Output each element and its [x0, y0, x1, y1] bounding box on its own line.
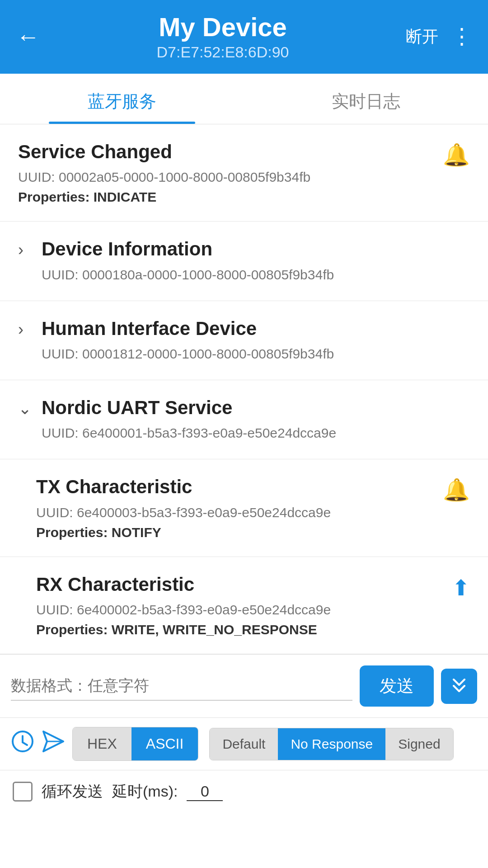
- tx-char-bell-icon[interactable]: 🔔: [443, 477, 470, 503]
- hid-uuid: UUID: 00001812-0000-1000-8000-00805f9b34…: [42, 344, 334, 363]
- service-changed-info: Service Changed UUID: 00002a05-0000-1000…: [18, 141, 310, 205]
- service-changed-props: Properties: INDICATE: [18, 189, 310, 205]
- loop-label: 循环发送: [42, 781, 103, 802]
- disconnect-button[interactable]: 断开: [406, 26, 438, 48]
- service-item-nordic-uart[interactable]: ⌄ Nordic UART Service UUID: 6e400001-b5a…: [0, 380, 488, 459]
- bottom-area: 发送 HEX: [0, 654, 488, 813]
- no-response-button[interactable]: No Response: [278, 728, 385, 760]
- send-icon[interactable]: [42, 730, 65, 759]
- service-item-hid[interactable]: › Human Interface Device UUID: 00001812-…: [0, 301, 488, 380]
- service-list: Service Changed UUID: 00002a05-0000-1000…: [0, 124, 488, 654]
- nordic-uart-expand-icon: ⌄: [18, 399, 33, 418]
- rx-char-header: RX Characteristic UUID: 6e400002-b5a3-f3…: [36, 573, 470, 637]
- send-button[interactable]: 发送: [360, 665, 434, 707]
- app-header: ← My Device D7:E7:52:E8:6D:90 断开 ⋮: [0, 0, 488, 74]
- device-info-expand-icon: ›: [18, 241, 33, 259]
- nordic-uart-uuid: UUID: 6e400001-b5a3-f393-e0a9-e50e24dcca…: [42, 424, 336, 443]
- format-type-group: HEX ASCII: [72, 727, 198, 761]
- loop-checkbox[interactable]: [13, 782, 33, 802]
- header-title-block: My Device D7:E7:52:E8:6D:90: [40, 13, 406, 61]
- nordic-uart-name: Nordic UART Service: [42, 396, 336, 419]
- tab-bluetooth[interactable]: 蓝牙服务: [0, 74, 244, 124]
- header-actions: 断开 ⋮: [406, 26, 472, 48]
- tab-log[interactable]: 实时日志: [244, 74, 488, 124]
- tx-char-props: Properties: NOTIFY: [36, 525, 331, 540]
- service-changed-name: Service Changed: [18, 141, 310, 163]
- chevron-double-down-icon: [452, 678, 466, 695]
- hid-expand: › Human Interface Device UUID: 00001812-…: [18, 317, 470, 363]
- delay-input[interactable]: [187, 783, 223, 801]
- hid-expand-icon: ›: [18, 320, 33, 339]
- device-info-content: Device Information UUID: 0000180a-0000-1…: [42, 238, 334, 284]
- rx-char-name: RX Characteristic: [36, 573, 331, 596]
- service-item-rx-char: RX Characteristic UUID: 6e400002-b5a3-f3…: [0, 557, 488, 654]
- rx-char-props: Properties: WRITE, WRITE_NO_RESPONSE: [36, 622, 331, 637]
- device-name: My Device: [40, 13, 406, 42]
- service-item-tx-char: TX Characteristic UUID: 6e400003-b5a3-f3…: [0, 459, 488, 557]
- delay-label: 延时(ms):: [112, 781, 178, 802]
- tx-char-header: TX Characteristic UUID: 6e400003-b5a3-f3…: [36, 476, 470, 540]
- more-menu-button[interactable]: ⋮: [451, 26, 472, 47]
- expand-more-button[interactable]: [441, 669, 477, 704]
- format-row: HEX ASCII Default No Response Signed: [0, 718, 488, 770]
- data-input[interactable]: [11, 671, 352, 701]
- rx-char-upload-icon[interactable]: ⬆: [452, 575, 470, 600]
- rx-char-info: RX Characteristic UUID: 6e400002-b5a3-f3…: [36, 573, 331, 637]
- nordic-uart-expand: ⌄ Nordic UART Service UUID: 6e400001-b5a…: [18, 396, 470, 443]
- device-info-name: Device Information: [42, 238, 334, 260]
- ascii-button[interactable]: ASCII: [131, 727, 198, 760]
- hid-name: Human Interface Device: [42, 317, 334, 340]
- signed-button[interactable]: Signed: [385, 728, 453, 760]
- device-info-expand: › Device Information UUID: 0000180a-0000…: [18, 238, 470, 284]
- history-icon[interactable]: [11, 730, 34, 759]
- device-mac: D7:E7:52:E8:6D:90: [40, 43, 406, 61]
- tab-bar: 蓝牙服务 实时日志: [0, 74, 488, 124]
- service-item-service-changed: Service Changed UUID: 00002a05-0000-1000…: [0, 124, 488, 222]
- service-changed-uuid: UUID: 00002a05-0000-1000-8000-00805f9b34…: [18, 168, 310, 187]
- nordic-uart-content: Nordic UART Service UUID: 6e400001-b5a3-…: [42, 396, 336, 443]
- service-item-device-info[interactable]: › Device Information UUID: 0000180a-0000…: [0, 222, 488, 301]
- back-button[interactable]: ←: [16, 25, 40, 48]
- input-row: 发送: [0, 655, 488, 718]
- service-changed-header: Service Changed UUID: 00002a05-0000-1000…: [18, 141, 470, 205]
- rx-char-uuid: UUID: 6e400002-b5a3-f393-e0a9-e50e24dcca…: [36, 600, 331, 619]
- loop-row: 循环发送 延时(ms):: [0, 770, 488, 813]
- hex-button[interactable]: HEX: [73, 727, 131, 760]
- tx-char-uuid: UUID: 6e400003-b5a3-f393-e0a9-e50e24dcca…: [36, 503, 331, 522]
- svg-line-2: [23, 742, 27, 745]
- tx-char-info: TX Characteristic UUID: 6e400003-b5a3-f3…: [36, 476, 331, 540]
- tx-char-name: TX Characteristic: [36, 476, 331, 498]
- default-button[interactable]: Default: [210, 728, 278, 760]
- hid-content: Human Interface Device UUID: 00001812-00…: [42, 317, 334, 363]
- response-type-group: Default No Response Signed: [209, 728, 453, 760]
- service-changed-bell-icon[interactable]: 🔔: [443, 142, 470, 168]
- device-info-uuid: UUID: 0000180a-0000-1000-8000-00805f9b34…: [42, 265, 334, 284]
